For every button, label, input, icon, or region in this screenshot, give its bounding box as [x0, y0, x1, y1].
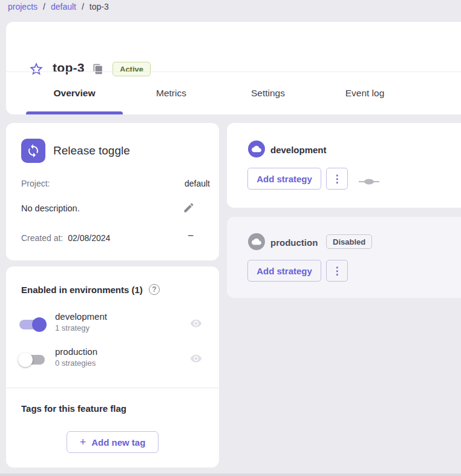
breadcrumb-current: top-3 — [90, 2, 109, 12]
cloud-icon — [248, 233, 265, 250]
feature-header-card: top-3 Active Overview Metrics Settings E… — [6, 22, 461, 114]
development-toggle[interactable] — [18, 317, 47, 332]
tab-settings-label: Settings — [251, 88, 285, 99]
breadcrumb-separator: / — [43, 2, 45, 12]
flag-details-card: Release toggle Project: default No descr… — [6, 123, 219, 260]
development-strategies-panel: development Add strategy ⋮ — [227, 123, 461, 208]
flag-description: No description. — [21, 203, 80, 213]
environments-title: Enabled in environments (1) — [21, 285, 143, 295]
project-value: default — [185, 179, 210, 188]
breadcrumb-separator: / — [82, 2, 84, 12]
created-at-label: Created at: — [21, 233, 63, 243]
panel-environment-name: development — [270, 145, 327, 155]
strategy-separator-icon — [359, 177, 379, 184]
breadcrumb-projects[interactable]: projects — [8, 2, 38, 12]
tab-overview[interactable]: Overview — [26, 72, 123, 114]
page-bottom-edge — [0, 474, 461, 476]
strategy-count: 0 strategies — [55, 359, 96, 368]
panel-environment-name: production — [270, 237, 318, 248]
created-at-value: 02/08/2024 — [68, 233, 110, 243]
breadcrumb: projects / default / top-3 — [8, 2, 109, 12]
tab-overview-label: Overview — [54, 88, 96, 99]
breadcrumb-default[interactable]: default — [51, 2, 76, 12]
tab-bar: Overview Metrics Settings Event log — [26, 72, 413, 114]
production-strategies-panel: production Disabled Add strategy ⋮ — [227, 217, 461, 298]
add-strategy-button[interactable]: Add strategy — [247, 260, 321, 282]
kebab-menu-button[interactable]: ⋮ — [326, 260, 348, 282]
visibility-eye-icon[interactable] — [190, 317, 202, 329]
plus-icon: + — [80, 436, 87, 449]
tab-event-log-label: Event log — [345, 88, 385, 99]
created-at-row: Created at: 02/08/2024 — [21, 233, 110, 243]
flag-type-label: Release toggle — [53, 144, 130, 157]
environment-row-production: production 0 strategies — [18, 346, 207, 373]
edit-description-icon[interactable] — [183, 202, 195, 214]
visibility-eye-icon[interactable] — [190, 352, 202, 365]
kebab-menu-button[interactable]: ⋮ — [326, 168, 348, 190]
tab-event-log[interactable]: Event log — [316, 72, 413, 114]
tags-section-title: Tags for this feature flag — [21, 403, 126, 414]
tab-settings[interactable]: Settings — [220, 72, 316, 114]
card-divider — [6, 388, 219, 388]
production-toggle[interactable] — [18, 352, 47, 367]
cloud-icon — [248, 140, 265, 157]
collapse-button[interactable]: – — [188, 230, 194, 242]
environments-title-row: Enabled in environments (1) ? — [21, 284, 160, 295]
environment-name: development — [55, 311, 107, 322]
release-toggle-icon — [21, 139, 45, 163]
environment-name: production — [55, 346, 97, 357]
add-new-tag-button[interactable]: + Add new tag — [67, 431, 159, 453]
add-strategy-button[interactable]: Add strategy — [247, 168, 321, 190]
environments-card: Enabled in environments (1) ? developmen… — [6, 266, 219, 468]
flag-header: top-3 Active — [6, 22, 461, 71]
help-icon[interactable]: ? — [149, 284, 160, 295]
project-label: Project: — [21, 179, 50, 188]
project-row: Project: default — [21, 179, 210, 188]
active-tab-indicator — [26, 111, 123, 114]
environment-row-development: development 1 strategy — [18, 311, 207, 338]
add-new-tag-label: Add new tag — [91, 437, 145, 448]
strategy-count: 1 strategy — [55, 323, 90, 332]
disabled-badge: Disabled — [326, 234, 372, 249]
tab-metrics-label: Metrics — [156, 88, 186, 99]
tab-metrics[interactable]: Metrics — [123, 72, 220, 114]
